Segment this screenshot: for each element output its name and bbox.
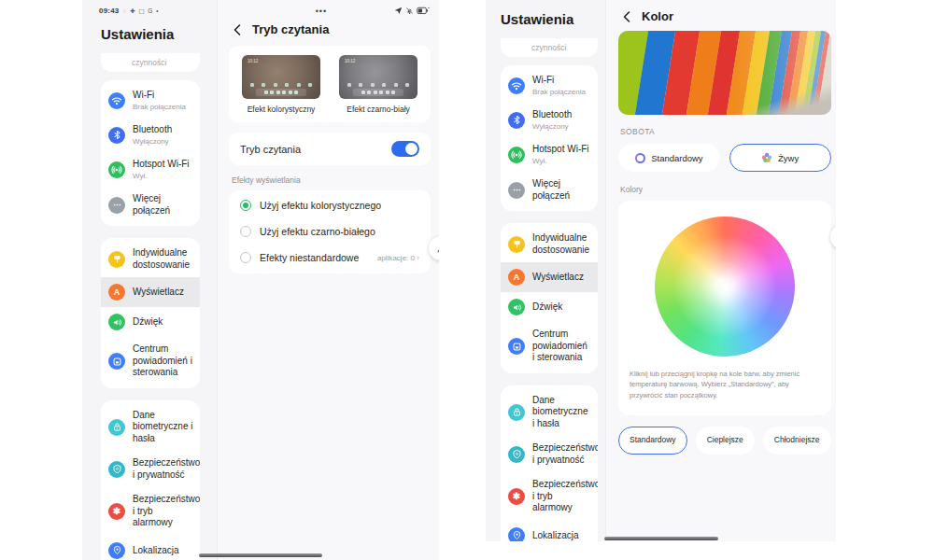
- sidebar-item-wifi[interactable]: Wi-FiBrak połączenia: [501, 68, 598, 103]
- sidebar-item-notification-center[interactable]: Centrum powiadomień i sterowania: [501, 322, 598, 371]
- bluetooth-icon: [108, 127, 125, 144]
- hotspot-icon: [508, 147, 525, 163]
- item-label: Bezpieczeństwo i tryb alarmowy: [532, 479, 591, 514]
- radio-icon[interactable]: [240, 226, 251, 237]
- sidebar-item-bluetooth[interactable]: BluetoothWyłączony: [501, 103, 598, 137]
- preview-clock: 10:12: [345, 59, 355, 63]
- item-label: Więcej połączeń: [532, 178, 591, 202]
- more-dots-icon: [108, 197, 125, 214]
- battery-icon: [417, 7, 430, 15]
- standard-mode-button[interactable]: Standardowy: [618, 144, 720, 172]
- sidebar-item-more-connections[interactable]: Więcej połączeń: [501, 172, 598, 208]
- option-label: Użyj efektu kolorystycznego: [260, 200, 381, 211]
- sidebar-item-bluetooth[interactable]: BluetoothWyłączony: [101, 118, 200, 152]
- bw-effect-thumbnail: 10:12: [339, 55, 417, 99]
- sidebar-item-hotspot[interactable]: Hotspot Wi-FiWył.: [101, 152, 200, 187]
- sidebar-item-personalization[interactable]: Indywidualne dostosowanie: [101, 241, 200, 277]
- sidebar-item-display[interactable]: A Wyświetlacz: [101, 277, 200, 307]
- page-title: Ustawienia: [501, 11, 598, 27]
- settings-sidebar: Ustawienia czynności Wi-FiBrak połączeni…: [82, 0, 217, 560]
- sound-icon: [108, 314, 125, 330]
- panel-title: Kolor: [642, 9, 673, 23]
- color-effect-preview[interactable]: 10:12 Efekt kolorystyczny: [233, 55, 330, 114]
- partial-item-label: czynności: [531, 43, 566, 52]
- bell-muted-icon: [405, 7, 414, 15]
- mode-buttons: Standardowy Żywy: [618, 144, 831, 172]
- partial-item-label: czynności: [132, 58, 166, 67]
- sidebar-item-sound[interactable]: Dźwięk: [501, 292, 598, 322]
- temp-cooler-button[interactable]: Chłodniejsze: [763, 427, 831, 455]
- location-icon: [508, 527, 525, 541]
- bw-effect-preview[interactable]: 10:12 Efekt czarno-biały: [330, 55, 427, 114]
- sidebar-item-emergency[interactable]: ✱ Bezpieczeństwo i tryb alarmowy: [101, 487, 200, 536]
- sidebar-item-notification-center[interactable]: Centrum powiadomień i sterowania: [101, 337, 200, 385]
- sidebar-item-biometrics[interactable]: Dane biometryczne i hasła: [501, 388, 598, 437]
- settings-sidebar: Ustawienia czynności Wi-FiBrak połączeni…: [486, 0, 605, 541]
- notification-center-icon: [508, 338, 525, 355]
- gesture-nav-bar[interactable]: [604, 537, 718, 540]
- preview-clock: 10:12: [248, 59, 258, 63]
- privacy-dots-icon: •••: [316, 7, 327, 16]
- sidebar-group-connections: Wi-FiBrak połączenia BluetoothWyłączony …: [501, 65, 598, 211]
- sidebar-item-wifi[interactable]: Wi-FiBrak połączenia: [101, 83, 200, 118]
- sidebar-group-display: Indywidualne dostosowanie A Wyświetlacz …: [101, 238, 200, 388]
- radio-icon[interactable]: [240, 252, 251, 263]
- sidebar-item-hotspot[interactable]: Hotspot Wi-FiWył.: [501, 137, 598, 172]
- sidebar-item-sound[interactable]: Dźwięk: [101, 307, 200, 337]
- sidebar-item-partial[interactable]: czynności: [101, 53, 200, 72]
- item-label: Dane biometryczne i hasła: [133, 410, 193, 445]
- sidebar-item-partial[interactable]: czynności: [501, 38, 598, 57]
- item-label: Indywidualne dostosowanie: [133, 247, 193, 271]
- left-screenshot: 09:43 ◌ ✚ ▢ G • ••• Ustawienia czynności…: [82, 0, 439, 560]
- item-label: Bluetooth: [532, 109, 572, 121]
- color-wheel[interactable]: [655, 217, 795, 357]
- panel-title: Tryb czytania: [252, 22, 329, 36]
- item-label: Hotspot Wi-Fi: [133, 159, 190, 171]
- item-label: Bezpieczeństwo i tryb alarmowy: [133, 494, 193, 529]
- toggle-label: Tryb czytania: [240, 144, 301, 155]
- colors-section-label: Kolory: [620, 185, 829, 194]
- status-bar: 09:43 ◌ ✚ ▢ G • •••: [82, 0, 439, 17]
- radio-selected-icon[interactable]: [240, 200, 251, 211]
- sidebar-item-privacy[interactable]: Bezpieczeństwo i prywatność: [501, 436, 598, 472]
- sidebar-item-emergency[interactable]: ✱ Bezpieczeństwo i tryb alarmowy: [501, 472, 598, 521]
- reading-mode-toggle[interactable]: [391, 141, 419, 157]
- vivid-mode-button[interactable]: Żywy: [729, 144, 831, 172]
- wifi-icon: [108, 92, 125, 109]
- display-effects-card: Użyj efektu kolorystycznego Użyj efektu …: [229, 190, 431, 273]
- status-left-icons: ◌ ✚ ▢ G •: [122, 7, 159, 15]
- option-color-effect[interactable]: Użyj efektu kolorystycznego: [229, 192, 431, 218]
- gesture-nav-bar[interactable]: [199, 553, 322, 557]
- sidebar-item-more-connections[interactable]: Więcej połączeń: [101, 187, 200, 223]
- sidebar-item-personalization[interactable]: Indywidualne dostosowanie: [501, 226, 598, 262]
- hotspot-icon: [108, 161, 125, 178]
- option-bw-effect[interactable]: Użyj efektu czarno-białego: [229, 218, 431, 245]
- sidebar-item-biometrics[interactable]: Dane biometryczne i hasła: [101, 403, 200, 452]
- item-label: Bluetooth: [133, 124, 172, 136]
- back-icon[interactable]: [231, 23, 244, 36]
- day-label: SOBOTA: [620, 127, 829, 136]
- sidebar-item-display[interactable]: A Wyświetlacz: [501, 262, 598, 292]
- more-dots-icon: [508, 182, 525, 199]
- emergency-icon: ✱: [508, 488, 525, 505]
- item-label: Centrum powiadomień i sterowania: [532, 329, 591, 364]
- sidebar-item-location[interactable]: Lokalizacja: [101, 536, 200, 560]
- effect-previews-card: 10:12 Efekt kolorystyczny 10:12 Efekt cz…: [229, 46, 431, 122]
- bluetooth-icon: [508, 112, 525, 129]
- temp-warmer-button[interactable]: Cieplejsze: [696, 427, 755, 455]
- reading-mode-panel: Tryb czytania 10:12 Efekt kolorystyczny …: [217, 0, 439, 560]
- security-shield-icon: [508, 446, 525, 463]
- back-icon[interactable]: [620, 10, 633, 23]
- sidebar-item-location[interactable]: Lokalizacja: [501, 521, 598, 541]
- personalization-icon: [508, 236, 525, 253]
- item-sub: Wyłączony: [133, 137, 172, 147]
- item-label: Indywidualne dostosowanie: [532, 232, 591, 256]
- temp-label: Chłodniejsze: [774, 435, 820, 445]
- sidebar-item-privacy[interactable]: Bezpieczeństwo i prywatność: [101, 451, 200, 487]
- apps-count: aplikacje: 0: [377, 254, 415, 262]
- item-label: Dane biometryczne i hasła: [532, 395, 591, 430]
- item-label: Lokalizacja: [133, 545, 178, 557]
- option-label: Efekty niestandardowe: [260, 252, 359, 263]
- temp-standard-button[interactable]: Standardowy: [618, 427, 687, 455]
- option-custom-effects[interactable]: Efekty niestandardowe aplikacje: 0›: [229, 245, 431, 271]
